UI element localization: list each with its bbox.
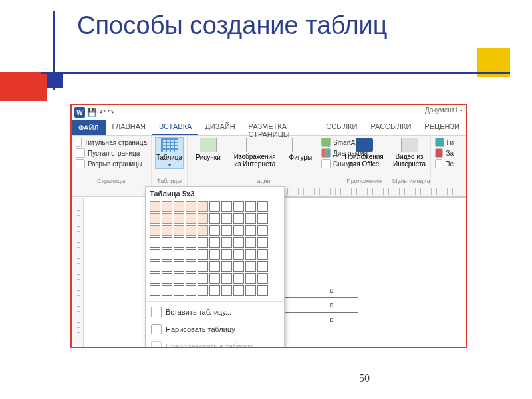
grid-cell[interactable] [198, 273, 208, 284]
grid-cell[interactable] [209, 261, 220, 272]
grid-cell[interactable] [186, 237, 196, 248]
blank-page-button[interactable]: Пустая страница [76, 148, 147, 158]
grid-cell[interactable] [233, 273, 244, 284]
grid-cell[interactable] [257, 213, 268, 224]
grid-cell[interactable] [174, 261, 184, 272]
grid-cell[interactable] [174, 249, 184, 260]
video-button[interactable]: Видео из Интернета [392, 138, 426, 168]
grid-cell[interactable] [150, 285, 160, 296]
grid-cell[interactable] [198, 225, 208, 236]
grid-cell[interactable] [233, 225, 244, 236]
grid-cell[interactable] [174, 225, 184, 236]
grid-cell[interactable] [150, 201, 160, 212]
redo-icon[interactable]: ↷ [108, 108, 114, 117]
grid-cell[interactable] [186, 261, 196, 272]
grid-cell[interactable] [221, 237, 232, 248]
grid-cell[interactable] [257, 237, 268, 248]
insert-table-item[interactable]: Вставить таблицу... [146, 303, 284, 321]
grid-cell[interactable] [257, 225, 268, 236]
grid-cell[interactable] [162, 249, 172, 260]
pictures-button[interactable]: Рисунки [192, 138, 225, 168]
tab-insert[interactable]: ВСТАВКА [152, 120, 198, 135]
grid-cell[interactable] [198, 237, 208, 248]
crossref-button[interactable]: Пе [435, 159, 454, 168]
grid-cell[interactable] [245, 225, 256, 236]
title-page-button[interactable]: Титульная страница [76, 138, 147, 147]
shapes-button[interactable]: Фигуры [285, 138, 316, 168]
grid-cell[interactable] [209, 201, 220, 212]
grid-cell[interactable] [209, 225, 220, 236]
tab-references[interactable]: ССЫЛКИ [319, 120, 364, 135]
grid-cell[interactable] [150, 225, 160, 236]
grid-cell[interactable] [174, 201, 184, 212]
grid-cell[interactable] [174, 285, 184, 296]
grid-cell[interactable] [257, 201, 268, 212]
grid-cell[interactable] [245, 201, 256, 212]
hyperlink-button[interactable]: Ги [435, 138, 454, 147]
grid-cell[interactable] [209, 213, 220, 224]
grid-cell[interactable] [186, 201, 196, 212]
tab-design[interactable]: ДИЗАЙН [198, 120, 241, 135]
grid-cell[interactable] [233, 249, 244, 260]
grid-cell[interactable] [174, 273, 184, 284]
grid-cell[interactable] [186, 213, 196, 224]
grid-cell[interactable] [257, 261, 268, 272]
grid-cell[interactable] [233, 237, 244, 248]
grid-cell[interactable] [257, 249, 268, 260]
grid-cell[interactable] [198, 261, 208, 272]
online-pictures-button[interactable]: Изображения из Интернета [230, 138, 280, 168]
grid-cell[interactable] [162, 237, 172, 248]
grid-cell[interactable] [257, 273, 268, 284]
grid-cell[interactable] [198, 201, 208, 212]
grid-cell[interactable] [221, 249, 232, 260]
grid-cell[interactable] [209, 237, 220, 248]
grid-cell[interactable] [186, 273, 196, 284]
grid-cell[interactable] [186, 225, 196, 236]
undo-icon[interactable]: ↶ [99, 108, 106, 117]
tab-review[interactable]: РЕЦЕНЗИ [418, 120, 466, 135]
grid-cell[interactable] [162, 261, 172, 272]
grid-cell[interactable] [150, 249, 160, 260]
grid-cell[interactable] [162, 213, 172, 224]
grid-cell[interactable] [150, 261, 160, 272]
grid-cell[interactable] [221, 261, 232, 272]
grid-cell[interactable] [233, 213, 244, 224]
grid-cell[interactable] [174, 213, 184, 224]
grid-cell[interactable] [162, 225, 172, 236]
grid-cell[interactable] [162, 273, 172, 284]
draw-table-item[interactable]: Нарисовать таблицу [146, 321, 284, 338]
grid-cell[interactable] [150, 213, 160, 224]
grid-cell[interactable] [233, 261, 244, 272]
grid-cell[interactable] [233, 285, 244, 296]
tab-file[interactable]: ФАЙЛ [72, 120, 106, 135]
grid-cell[interactable] [221, 201, 232, 212]
grid-cell[interactable] [186, 249, 196, 260]
grid-cell[interactable] [162, 201, 172, 212]
grid-cell[interactable] [245, 237, 256, 248]
tab-home[interactable]: ГЛАВНАЯ [106, 120, 152, 135]
grid-cell[interactable] [186, 285, 196, 296]
grid-cell[interactable] [150, 273, 160, 284]
tab-layout[interactable]: РАЗМЕТКА СТРАНИЦЫ [242, 120, 320, 135]
grid-cell[interactable] [209, 285, 220, 296]
grid-cell[interactable] [245, 273, 256, 284]
grid-cell[interactable] [245, 213, 256, 224]
grid-cell[interactable] [221, 213, 232, 224]
grid-cell[interactable] [221, 225, 232, 236]
grid-cell[interactable] [198, 213, 208, 224]
grid-cell[interactable] [150, 237, 160, 248]
table-cell[interactable]: ¤ [305, 298, 358, 313]
grid-cell[interactable] [245, 249, 256, 260]
table-size-grid[interactable] [146, 199, 284, 300]
tab-mailings[interactable]: РАССЫЛКИ [364, 120, 418, 135]
table-cell[interactable]: ¤ [305, 313, 358, 327]
grid-cell[interactable] [245, 285, 256, 296]
grid-cell[interactable] [198, 285, 208, 296]
bookmark-button[interactable]: За [435, 148, 454, 158]
grid-cell[interactable] [209, 249, 220, 260]
grid-cell[interactable] [245, 261, 256, 272]
grid-cell[interactable] [174, 237, 184, 248]
table-cell[interactable]: ¤ [305, 283, 358, 298]
table-button[interactable]: Таблица ▾ [156, 138, 183, 168]
grid-cell[interactable] [233, 201, 244, 212]
